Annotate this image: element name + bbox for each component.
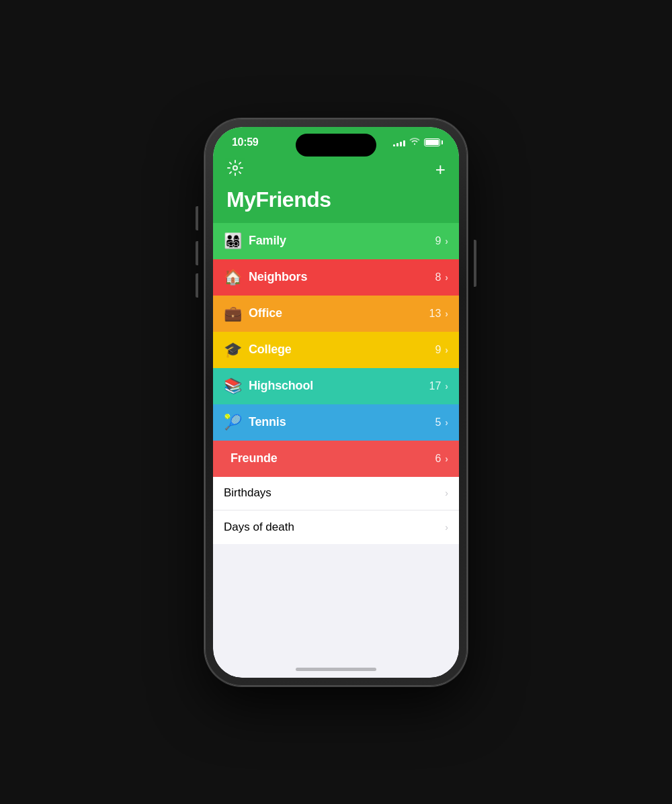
- group-emoji: 📚: [224, 377, 242, 395]
- group-count: 5: [435, 416, 441, 429]
- settings-button[interactable]: [226, 159, 244, 181]
- special-item[interactable]: Birthdays ›: [213, 477, 459, 510]
- group-count: 9: [435, 344, 441, 356]
- special-item[interactable]: Days of death ›: [213, 510, 459, 544]
- add-button[interactable]: +: [435, 159, 446, 180]
- special-section: Birthdays › Days of death ›: [213, 477, 459, 544]
- group-name: Neighbors: [249, 270, 307, 284]
- group-name: Highschool: [249, 379, 313, 393]
- group-emoji: 🎾: [224, 414, 242, 431]
- group-count: 6: [435, 453, 441, 465]
- group-left: 🏠 Neighbors: [224, 269, 307, 286]
- home-indicator-wrap: [213, 662, 459, 678]
- group-count: 17: [429, 380, 442, 392]
- chevron-right-icon: ›: [445, 522, 448, 533]
- group-right: 17 ›: [429, 380, 448, 392]
- svg-point-0: [233, 166, 237, 170]
- chevron-right-icon: ›: [445, 272, 448, 283]
- battery-fill: [425, 140, 439, 145]
- chevron-right-icon: ›: [445, 345, 448, 355]
- chevron-right-icon: ›: [445, 381, 448, 392]
- wifi-icon: [409, 137, 420, 147]
- status-icons: [393, 137, 440, 147]
- app-screen: 10:59: [213, 127, 459, 678]
- group-name: Freunde: [230, 451, 278, 465]
- signal-bar-2: [396, 143, 398, 146]
- group-emoji: 💼: [224, 305, 242, 322]
- group-count: 9: [435, 235, 441, 247]
- group-item[interactable]: 💼 Office 13 ›: [213, 296, 459, 332]
- signal-bar-3: [400, 142, 402, 146]
- group-count: 13: [429, 308, 442, 320]
- group-right: 5 ›: [435, 416, 448, 429]
- group-name: Office: [249, 306, 282, 320]
- phone-screen: 10:59: [213, 127, 459, 678]
- group-left: 🎾 Tennis: [224, 414, 286, 431]
- battery-icon: [424, 138, 440, 146]
- app-title: MyFriends: [226, 187, 446, 212]
- signal-bar-1: [393, 144, 395, 146]
- group-name: Tennis: [249, 415, 286, 429]
- group-right: 9 ›: [435, 344, 448, 356]
- empty-area: [213, 544, 459, 662]
- status-bar: 10:59: [213, 127, 459, 154]
- phone-frame: 10:59: [205, 119, 467, 686]
- group-item[interactable]: 🎾 Tennis 5 ›: [213, 404, 459, 441]
- group-item[interactable]: 🏠 Neighbors 8 ›: [213, 259, 459, 296]
- group-left: Freunde: [224, 451, 278, 465]
- group-left: 📚 Highschool: [224, 377, 313, 395]
- group-left: 🎓 College: [224, 341, 292, 359]
- group-right: 9 ›: [435, 235, 448, 247]
- group-item[interactable]: 📚 Highschool 17 ›: [213, 368, 459, 404]
- group-right: 13 ›: [429, 308, 448, 320]
- group-count: 8: [435, 271, 441, 283]
- group-emoji: 🏠: [224, 269, 242, 286]
- group-left: 💼 Office: [224, 305, 282, 322]
- group-left: 👨‍👩‍👧‍👦 Family: [224, 232, 286, 250]
- dynamic-island: [296, 134, 376, 157]
- group-emoji: 🎓: [224, 341, 242, 359]
- group-right: 6 ›: [435, 453, 448, 465]
- group-item[interactable]: 👨‍👩‍👧‍👦 Family 9 ›: [213, 223, 459, 259]
- group-name: College: [249, 343, 292, 357]
- signal-bar-4: [403, 140, 405, 146]
- header-top: +: [226, 159, 446, 181]
- chevron-right-icon: ›: [445, 488, 448, 498]
- chevron-right-icon: ›: [445, 308, 448, 319]
- special-item-name: Days of death: [224, 521, 294, 534]
- groups-section: 👨‍👩‍👧‍👦 Family 9 › 🏠 Neighbors 8 › 💼 Off…: [213, 223, 459, 477]
- group-right: 8 ›: [435, 271, 448, 283]
- group-item[interactable]: Freunde 6 ›: [213, 441, 459, 477]
- group-item[interactable]: 🎓 College 9 ›: [213, 332, 459, 368]
- app-header: + MyFriends: [213, 154, 459, 223]
- group-name: Family: [249, 234, 286, 248]
- chevron-right-icon: ›: [445, 417, 448, 428]
- signal-bars: [393, 138, 405, 146]
- group-emoji: 👨‍👩‍👧‍👦: [224, 232, 242, 250]
- special-item-name: Birthdays: [224, 486, 271, 500]
- home-indicator: [296, 668, 376, 671]
- chevron-right-icon: ›: [445, 453, 448, 464]
- chevron-right-icon: ›: [445, 236, 448, 247]
- status-time: 10:59: [232, 136, 258, 148]
